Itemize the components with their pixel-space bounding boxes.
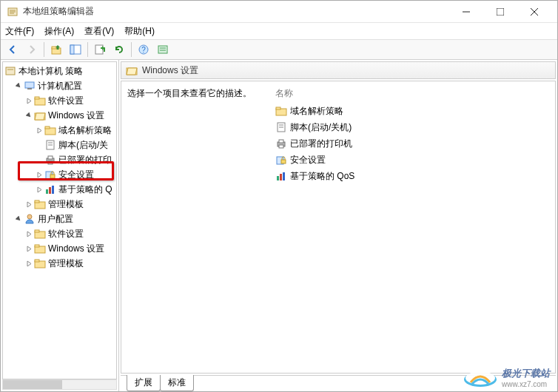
tree-label: 脚本(启动/关 bbox=[58, 139, 108, 152]
script-icon bbox=[44, 139, 56, 151]
expand-icon[interactable] bbox=[34, 186, 44, 193]
tree-label: 管理模板 bbox=[48, 257, 84, 270]
menu-file[interactable]: 文件(F) bbox=[5, 25, 34, 38]
tree-windows-settings[interactable]: Windows 设置 bbox=[3, 108, 116, 123]
tab-extended[interactable]: 扩展 bbox=[127, 375, 161, 391]
svg-rect-60 bbox=[283, 172, 285, 180]
svg-rect-9 bbox=[52, 47, 56, 49]
printer-icon bbox=[44, 154, 56, 166]
filter-button[interactable] bbox=[154, 41, 172, 58]
horizontal-scrollbar[interactable] bbox=[2, 379, 117, 390]
tree-security-settings[interactable]: 安全设置 bbox=[3, 167, 116, 182]
help-button[interactable]: ? bbox=[135, 41, 152, 58]
svg-point-62 bbox=[465, 371, 495, 385]
tree-user-config[interactable]: 用户配置 bbox=[3, 212, 116, 226]
tab-standard[interactable]: 标准 bbox=[160, 375, 194, 391]
list-item-label: 脚本(启动/关机) bbox=[290, 121, 352, 134]
tree-name-resolution-policy[interactable]: 域名解析策略 bbox=[3, 123, 116, 138]
policy-icon bbox=[4, 65, 16, 77]
export-button[interactable] bbox=[91, 41, 109, 58]
folder-open-icon bbox=[126, 64, 138, 76]
tree-software-settings[interactable]: 软件设置 bbox=[3, 93, 116, 108]
expand-icon[interactable] bbox=[34, 172, 44, 178]
menu-action[interactable]: 操作(A) bbox=[44, 25, 74, 38]
svg-rect-58 bbox=[277, 176, 279, 180]
collapse-icon[interactable] bbox=[13, 83, 24, 89]
minimize-button[interactable] bbox=[449, 1, 483, 23]
up-button[interactable] bbox=[47, 41, 65, 58]
tree-label: Windows 设置 bbox=[48, 109, 104, 122]
tree-admin-templates[interactable]: 管理模板 bbox=[3, 197, 116, 212]
menu-view[interactable]: 查看(V) bbox=[84, 25, 114, 38]
list-item[interactable]: 域名解析策略 bbox=[275, 103, 549, 119]
expand-icon[interactable] bbox=[34, 127, 44, 134]
list-item-label: 已部署的打印机 bbox=[290, 138, 352, 150]
window-title: 本地组策略编辑器 bbox=[23, 5, 449, 18]
content-title: Windows 设置 bbox=[142, 64, 198, 77]
close-button[interactable] bbox=[517, 1, 551, 23]
back-button[interactable] bbox=[4, 41, 21, 58]
list-item[interactable]: 已部署的打印机 bbox=[275, 135, 549, 152]
titlebar: 本地组策略编辑器 bbox=[1, 1, 557, 23]
expand-icon[interactable] bbox=[24, 231, 34, 237]
tree-computer-config[interactable]: 计算机配置 bbox=[3, 78, 116, 93]
forward-button[interactable] bbox=[23, 41, 41, 58]
tree-policy-qos[interactable]: 基于策略的 Q bbox=[3, 182, 116, 197]
scrollbar-thumb[interactable] bbox=[3, 380, 62, 389]
security-icon bbox=[275, 154, 287, 166]
tree-windows-settings-2[interactable]: Windows 设置 bbox=[3, 241, 116, 256]
svg-text:?: ? bbox=[141, 46, 146, 54]
tree-software-settings-2[interactable]: 软件设置 bbox=[3, 226, 116, 241]
items-panel: 名称 域名解析策略 脚本(启动/关机) 已部署的打印机 安全设置 bbox=[275, 87, 549, 367]
expand-icon[interactable] bbox=[24, 246, 34, 252]
description-panel: 选择一个项目来查看它的描述。 bbox=[127, 87, 275, 367]
svg-rect-37 bbox=[52, 186, 54, 194]
folder-icon bbox=[44, 124, 56, 136]
separator bbox=[44, 42, 44, 57]
svg-rect-20 bbox=[25, 82, 34, 88]
list-item-label: 域名解析策略 bbox=[290, 105, 343, 118]
collapse-icon[interactable] bbox=[24, 112, 34, 119]
content-body: 选择一个项目来查看它的描述。 名称 域名解析策略 脚本(启动/关机) 已部署的打… bbox=[121, 81, 556, 374]
tree-label: 基于策略的 Q bbox=[58, 183, 112, 196]
expand-icon[interactable] bbox=[24, 201, 34, 208]
app-icon bbox=[7, 6, 19, 18]
refresh-button[interactable] bbox=[110, 41, 128, 58]
tree-label: Windows 设置 bbox=[48, 243, 104, 255]
script-icon bbox=[275, 121, 287, 133]
tree-label: 已部署的打印 bbox=[58, 154, 112, 166]
column-header-name[interactable]: 名称 bbox=[275, 87, 549, 100]
folder-open-icon bbox=[34, 109, 46, 121]
menu-help[interactable]: 帮助(H) bbox=[124, 25, 155, 38]
tree-label: 本地计算机 策略 bbox=[19, 65, 83, 78]
tree-label: 安全设置 bbox=[58, 169, 94, 181]
computer-icon bbox=[24, 80, 36, 92]
qos-icon bbox=[275, 170, 287, 182]
tree-deployed-printers[interactable]: 已部署的打印 bbox=[3, 152, 116, 167]
svg-point-40 bbox=[27, 214, 32, 219]
list-item[interactable]: 安全设置 bbox=[275, 152, 549, 168]
show-hide-tree-button[interactable] bbox=[67, 41, 84, 58]
tree-scripts[interactable]: 脚本(启动/关 bbox=[3, 138, 116, 152]
tree-admin-templates-2[interactable]: 管理模板 bbox=[3, 256, 116, 271]
svg-rect-42 bbox=[35, 230, 39, 232]
svg-rect-31 bbox=[48, 156, 53, 159]
separator bbox=[131, 42, 132, 57]
expand-icon[interactable] bbox=[24, 98, 34, 104]
list-item-label: 基于策略的 QoS bbox=[290, 170, 354, 183]
svg-rect-11 bbox=[70, 45, 74, 54]
window-controls bbox=[449, 1, 551, 23]
maximize-button[interactable] bbox=[483, 1, 517, 23]
list-item[interactable]: 脚本(启动/关机) bbox=[275, 119, 549, 135]
svg-rect-49 bbox=[276, 107, 280, 109]
collapse-icon[interactable] bbox=[13, 216, 24, 223]
menubar: 文件(F) 操作(A) 查看(V) 帮助(H) bbox=[1, 23, 557, 39]
svg-rect-35 bbox=[46, 189, 48, 194]
tree-root[interactable]: 本地计算机 策略 bbox=[3, 64, 116, 78]
svg-rect-39 bbox=[35, 200, 39, 203]
expand-icon[interactable] bbox=[24, 260, 34, 267]
tree-label: 软件设置 bbox=[48, 95, 84, 107]
svg-rect-34 bbox=[50, 175, 55, 178]
list-item[interactable]: 基于策略的 QoS bbox=[275, 168, 549, 184]
svg-rect-15 bbox=[158, 46, 167, 53]
